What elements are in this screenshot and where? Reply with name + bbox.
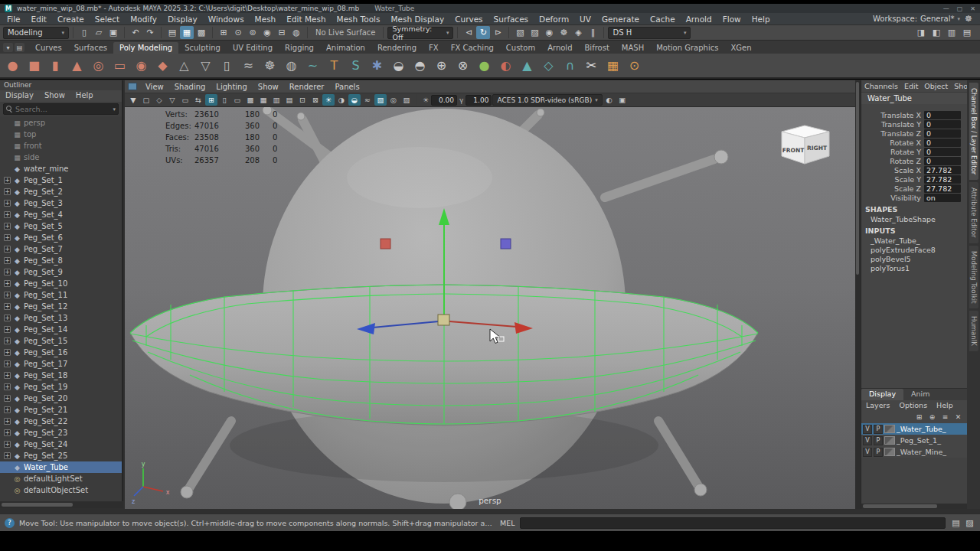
layer-row[interactable]: V P _Water_Tube_ <box>861 423 967 435</box>
expand-toggle[interactable]: + <box>4 441 11 448</box>
gamma-field[interactable]: 1.00 <box>466 95 492 106</box>
launch-hypershade-icon[interactable]: ◈ <box>571 26 585 39</box>
shelf-bevel-icon[interactable]: ◇ <box>538 54 559 77</box>
tab[interactable]: Channel Box / Layer Editor <box>969 83 978 180</box>
display-settings-dropdown[interactable]: DS H ▾ <box>608 27 691 39</box>
menu-item[interactable]: Flow <box>717 14 746 24</box>
expand-toggle[interactable]: + <box>4 360 11 367</box>
viewport-select-camera-icon[interactable]: ▼ <box>127 94 139 106</box>
menu-item[interactable]: Surfaces <box>488 14 534 24</box>
tab[interactable]: HumanIK <box>969 311 978 351</box>
menu-item[interactable]: Show <box>253 82 284 91</box>
channel-value-field[interactable]: 0 <box>924 129 961 138</box>
tab[interactable]: Anim <box>903 389 937 400</box>
expand-toggle[interactable]: + <box>4 211 11 218</box>
shelf-poly-gear-icon[interactable]: ☸ <box>260 54 280 77</box>
close-button[interactable]: ✕ <box>970 5 975 12</box>
expand-toggle[interactable]: + <box>4 337 11 344</box>
expand-toggle[interactable]: + <box>4 200 11 207</box>
expand-toggle[interactable]: + <box>4 257 11 264</box>
menu-item[interactable]: Shading <box>169 82 211 91</box>
tab[interactable]: Surfaces <box>68 42 113 54</box>
expand-toggle[interactable]: + <box>4 223 11 230</box>
peg-ball[interactable] <box>714 150 728 164</box>
outliner-item[interactable]: + ◆ Peg_Set_8 <box>0 255 122 266</box>
expand-toggle[interactable]: + <box>4 315 11 321</box>
outliner-item[interactable]: + ◆ Peg_Set_20 <box>0 393 122 404</box>
outliner-item[interactable]: + ◆ Peg_Set_14 <box>0 324 122 335</box>
input-to-selected-icon[interactable]: ⊲ <box>462 26 475 39</box>
shelf-extrude-icon[interactable]: ▲ <box>517 54 537 77</box>
new-scene-icon[interactable]: ▯ <box>77 26 91 39</box>
layer-type-box[interactable] <box>884 436 895 445</box>
snap-to-projected-center-icon[interactable]: ◉ <box>260 26 274 39</box>
viewport-motion-blur-icon[interactable]: ≈ <box>361 94 374 106</box>
menu-item[interactable]: Help <box>70 90 99 102</box>
expand-toggle[interactable]: + <box>4 326 11 333</box>
peg-ball[interactable] <box>537 109 544 116</box>
channel-value-field[interactable]: 27.782 <box>924 175 961 184</box>
manipulator-plane-handle-z[interactable] <box>501 239 511 249</box>
expand-toggle[interactable]: + <box>4 349 11 356</box>
peg-ball[interactable] <box>694 484 707 496</box>
menu-item[interactable]: Show <box>39 90 70 102</box>
layer-row[interactable]: V P _Peg_Set_1_ <box>861 435 967 446</box>
mel-label[interactable]: MEL <box>500 519 515 527</box>
shelf-target-weld-icon[interactable]: ⊙ <box>624 54 645 77</box>
menu-item[interactable]: Mesh Tools <box>332 14 386 24</box>
expand-toggle[interactable]: + <box>4 383 11 390</box>
shelf-bridge-icon[interactable]: ∩ <box>560 54 580 77</box>
expand-toggle[interactable]: + <box>4 395 11 402</box>
tab[interactable]: FX Caching <box>445 42 500 54</box>
tab[interactable]: Rigging <box>279 42 320 54</box>
shelf-sweep-mesh-icon[interactable]: ~ <box>302 54 323 77</box>
tab[interactable]: Sculpting <box>178 42 227 54</box>
toggle-attribute-editor-icon[interactable]: ◨ <box>914 26 928 39</box>
outliner-item[interactable]: + ◆ Peg_Set_15 <box>0 335 122 347</box>
expand-toggle[interactable]: + <box>4 406 11 413</box>
snap-to-point-icon[interactable]: ⊚ <box>246 26 260 39</box>
layer-visibility-toggle[interactable]: V <box>863 436 872 445</box>
viewport-frame-all-icon[interactable]: ⊡ <box>296 94 309 106</box>
outliner-item[interactable]: + ◆ Peg_Set_6 <box>0 232 122 243</box>
shelf-poly-pyramid-icon[interactable]: △ <box>174 54 194 77</box>
menu-item[interactable]: Panels <box>329 82 364 91</box>
outliner-item[interactable]: + ◆ Peg_Set_4 <box>0 209 122 220</box>
menu-item[interactable]: Layers <box>861 400 894 411</box>
viewport-film-gate-icon[interactable]: ▯ <box>218 94 230 106</box>
tab[interactable]: Display <box>861 389 903 400</box>
channel-value-field[interactable]: 27.782 <box>924 166 961 174</box>
new-empty-layer-icon[interactable]: ⊞ <box>913 412 925 422</box>
undo-icon[interactable]: ↶ <box>129 26 142 39</box>
outliner-item[interactable]: + ◆ Peg_Set_5 <box>0 220 122 232</box>
delete-layer-icon[interactable]: ✕ <box>952 412 964 422</box>
shelf-menu-icon[interactable]: ▾ <box>3 43 13 52</box>
peg-ball[interactable] <box>297 112 305 120</box>
outliner-item[interactable]: + ◆ Peg_Set_18 <box>0 370 122 381</box>
open-scene-icon[interactable]: ▱ <box>92 26 106 39</box>
snap-to-curve-icon[interactable]: ⊙ <box>231 26 245 39</box>
new-layer-from-selected-icon[interactable]: ⊕ <box>926 412 938 422</box>
shelf-poly-sphere-icon[interactable]: ● <box>2 54 23 77</box>
shelf-separate-icon[interactable]: ⊗ <box>452 54 473 77</box>
outliner-item[interactable]: + ◆ Peg_Set_24 <box>0 439 122 450</box>
node-item[interactable]: polyTorus1 <box>861 263 967 272</box>
shelf-poly-cone-icon[interactable]: ▲ <box>67 54 87 77</box>
channel-value-field[interactable]: 0 <box>924 111 961 119</box>
shelf-poly-prism-icon[interactable]: ▽ <box>195 54 216 77</box>
menu-item[interactable]: File <box>2 14 26 24</box>
channel-value-field[interactable]: 0 <box>924 148 961 156</box>
viewport-safe-action-icon[interactable]: ▥ <box>270 94 283 106</box>
script-editor-icon[interactable]: ▨ <box>964 517 975 529</box>
shelf-poly-plane-icon[interactable]: ▭ <box>109 54 130 77</box>
make-live-icon[interactable]: ◍ <box>289 26 303 39</box>
menu-item[interactable]: Cache <box>645 14 681 24</box>
channel-value-field[interactable]: 0 <box>924 157 961 165</box>
outliner-item[interactable]: ▦ top <box>0 129 122 140</box>
viewport-color-management-icon[interactable]: ◐ <box>603 94 616 106</box>
select-by-component-icon[interactable]: ▩ <box>194 26 208 39</box>
panel-menu-icon[interactable] <box>128 83 137 90</box>
outliner-item[interactable]: + ◆ Peg_Set_16 <box>0 347 122 358</box>
shelf-poly-type-icon[interactable]: T <box>324 54 345 77</box>
search-input[interactable] <box>15 105 110 113</box>
